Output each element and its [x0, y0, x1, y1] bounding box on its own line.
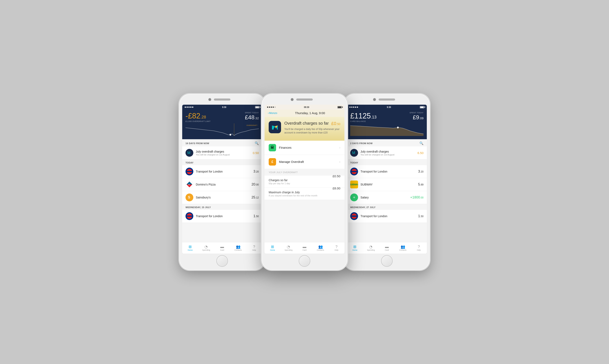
- battery-icon: [255, 106, 260, 108]
- dominos-name: Domino's Pizza: [196, 183, 249, 186]
- charges-so-far-row: Charges so far 50p per day for 1 day £0.…: [264, 176, 345, 188]
- p3-transaction-salary[interactable]: + Salary +1800.00: [347, 191, 427, 204]
- dominos-amount: 20.00: [251, 182, 259, 186]
- p3-search-icon[interactable]: 🔍: [419, 141, 424, 145]
- phone-3-power: [430, 135, 430, 152]
- p3-subway-amount: 5.89: [418, 182, 424, 186]
- nav-home-label-2: Home: [270, 249, 275, 251]
- home-icon-3: ⊞: [353, 245, 356, 249]
- overdraft-charge-item[interactable]: M July overdraft charges You will be cha…: [182, 146, 262, 159]
- p3-transaction-tfl-1[interactable]: Transport for London 3.20: [347, 165, 427, 178]
- nav-bar-1: ⊞ Home ◔ Spending ▬ Card 👥 Contacts ?: [182, 242, 262, 254]
- balance-currency: £: [188, 112, 192, 120]
- nav-help[interactable]: ? Help: [246, 242, 262, 254]
- nav-spending[interactable]: ◔ Spending: [198, 242, 214, 254]
- p3-overdraft-charge-item[interactable]: M July overdraft charges You will be cha…: [347, 146, 427, 159]
- nav-card-label-3: Card: [385, 249, 389, 251]
- charges-title: Charges so far: [269, 179, 290, 182]
- phone-3-header: £1125.13 CARD BALANCE SPENT TODAY £9.09: [347, 110, 427, 139]
- nav-contacts-3[interactable]: 👥 Contacts: [395, 242, 411, 254]
- signal-dots: [185, 106, 193, 108]
- nav-help-3[interactable]: ? Help: [411, 242, 427, 254]
- nav-contacts-label-3: Contacts: [399, 249, 407, 251]
- nav-home-label-3: Home: [352, 249, 357, 251]
- svg-marker-19: [350, 126, 424, 136]
- tfl-amount-1: 3.20: [253, 169, 259, 174]
- nav-home[interactable]: ⊞ Home: [182, 242, 198, 254]
- status-time-2: 09:30: [304, 106, 309, 108]
- home-icon-2: ⊞: [271, 245, 274, 249]
- nav-help-2[interactable]: ? Help: [328, 242, 345, 254]
- menu-manage-overdraft[interactable]: £ Manage Overdraft ›: [264, 155, 345, 169]
- nav-spending-2[interactable]: ◔ Spending: [281, 242, 297, 254]
- p3-salary-name: Salary: [360, 196, 408, 199]
- nav-card[interactable]: ▬ Card: [214, 242, 230, 254]
- svg-text:S: S: [188, 195, 190, 199]
- transaction-dominos[interactable]: ● Domino's Pizza 20.00: [182, 178, 262, 191]
- phone-1-content[interactable]: 16 DAYS FROM NOW 🔍 M July overdraft char…: [182, 139, 262, 242]
- menu-finances[interactable]: 🏛 Finances ›: [264, 141, 345, 155]
- p3-spent-whole: 9: [416, 114, 419, 120]
- nav-spending-label-2: Spending: [285, 249, 292, 251]
- nav-bar-3: ⊞ Home ◔ Spending ▬ Card 👥 Contacts ?: [347, 242, 427, 254]
- overdraft-hero: Overdraft charges so far £0.50 You'll be…: [264, 117, 345, 141]
- transaction-tfl-1[interactable]: Transport for London 3.20: [182, 165, 262, 178]
- phone-speaker: [214, 99, 230, 101]
- phone-1-screen: 9:30 -£82.28 £1,000 OVERDRAFT LIMIT SPEN…: [182, 105, 262, 254]
- section-header-future: 16 DAYS FROM NOW 🔍: [182, 139, 262, 146]
- back-button[interactable]: ‹ Monzo: [268, 111, 277, 115]
- phone-3-screen: 9:30 £1125.13 CARD BALANCE SPENT TODAY: [347, 105, 427, 254]
- status-bar: 9:30: [182, 105, 262, 110]
- phone-3-camera: [373, 98, 376, 101]
- phone-2: 09:30 ‹ Monzo Thursday, 1 Aug, 9:00: [261, 93, 348, 271]
- p3-subway-name: SUBWAY: [360, 183, 416, 186]
- phone-camera: [208, 98, 211, 101]
- back-label: Monzo: [269, 111, 277, 115]
- sainsburys-amount: 25.12: [251, 195, 259, 199]
- p3-tfl-name: Transport for London: [360, 170, 416, 173]
- svg-point-20: [397, 127, 399, 128]
- nav-contacts[interactable]: 👥 Contacts: [230, 242, 246, 254]
- p3-spent-decimal: .09: [419, 117, 424, 120]
- max-charge-amount: £8.00: [332, 186, 340, 190]
- nav-home-3[interactable]: ⊞ Home: [347, 242, 363, 254]
- nav-help-label-3: Help: [417, 249, 421, 251]
- nav-contacts-2[interactable]: 👥 Contacts: [313, 242, 329, 254]
- section-header-today: TODAY: [182, 159, 262, 165]
- svg-rect-5: [186, 171, 193, 172]
- manage-overdraft-icon: £: [269, 158, 276, 166]
- phone-2-content[interactable]: 🏛 Finances › £ Manage Overdraft › YOUR J…: [264, 141, 345, 242]
- phone-2-home-button[interactable]: [299, 255, 310, 267]
- tfl-amount-2: 1.50: [253, 214, 259, 218]
- nav-spending-3[interactable]: ◔ Spending: [363, 242, 379, 254]
- max-charge-sub: If you stayed overdrawn for the rest of …: [269, 194, 318, 197]
- transaction-tfl-2[interactable]: Transport for London 1.50: [182, 210, 262, 223]
- tfl-logo: [185, 168, 193, 175]
- signal-dots-3: [349, 106, 358, 108]
- phone-2-vol-down: [261, 151, 262, 163]
- phone-3-home-button[interactable]: [381, 255, 393, 267]
- transaction-sainsburys[interactable]: S Sainsbury's 25.12: [182, 191, 262, 204]
- nav-card-2[interactable]: ▬ Card: [296, 242, 313, 254]
- p3-balance-whole: 1125: [354, 112, 371, 120]
- p3-overdraft-sub: You will be charged on 1st August: [360, 153, 415, 156]
- phone-3-content[interactable]: 2 DAYS FROM NOW 🔍 M July overdraft charg…: [347, 139, 427, 242]
- battery-icon-2: [337, 106, 342, 108]
- overdraft-description: You'll be charged a daily fee of 50p whe…: [284, 128, 340, 134]
- p3-balance-label: CARD BALANCE: [350, 120, 376, 122]
- charges-amount: £0.50: [332, 174, 340, 178]
- p3-section-header-future: 2 DAYS FROM NOW 🔍: [347, 139, 427, 146]
- nav-home-2[interactable]: ⊞ Home: [264, 242, 281, 254]
- tfl-logo-2: [185, 212, 193, 220]
- phones-container: 9:30 -£82.28 £1,000 OVERDRAFT LIMIT SPEN…: [175, 85, 434, 279]
- nav-card-3[interactable]: ▬ Card: [379, 242, 395, 254]
- p3-transaction-subway[interactable]: SUBWAY SUBWAY 5.89: [347, 178, 427, 191]
- spent-currency: £: [245, 114, 248, 120]
- svg-point-0: [230, 134, 231, 136]
- p3-transaction-tfl-2[interactable]: Transport for London 1.50: [347, 210, 427, 223]
- balance-sign: -: [185, 112, 188, 120]
- svg-text:M: M: [352, 151, 355, 155]
- search-icon[interactable]: 🔍: [255, 141, 259, 145]
- balance-whole: 82: [192, 112, 200, 120]
- home-button[interactable]: [216, 255, 228, 267]
